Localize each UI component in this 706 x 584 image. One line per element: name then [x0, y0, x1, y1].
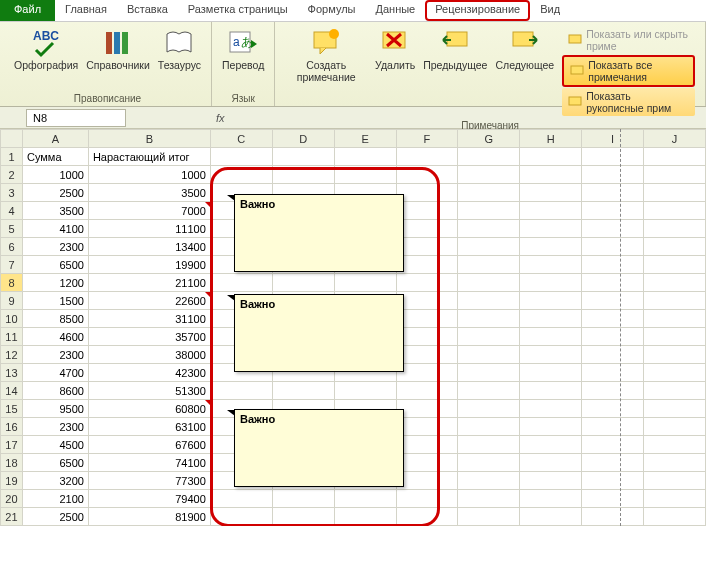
- cell-F8[interactable]: [396, 274, 458, 292]
- cell-J21[interactable]: [644, 508, 706, 526]
- cell-I21[interactable]: [582, 508, 644, 526]
- cell-E21[interactable]: [334, 508, 396, 526]
- cell-I7[interactable]: [582, 256, 644, 274]
- cell-A5[interactable]: 4100: [22, 220, 88, 238]
- cell-A4[interactable]: 3500: [22, 202, 88, 220]
- cell-F11[interactable]: [396, 328, 458, 346]
- cell-A21[interactable]: 2500: [22, 508, 88, 526]
- cell-A8[interactable]: 1200: [22, 274, 88, 292]
- cell-I10[interactable]: [582, 310, 644, 328]
- cell-B20[interactable]: 79400: [88, 490, 210, 508]
- cell-J6[interactable]: [644, 238, 706, 256]
- next-comment-button[interactable]: Следующее: [491, 24, 558, 118]
- cell-J11[interactable]: [644, 328, 706, 346]
- cell-H1[interactable]: [520, 148, 582, 166]
- row-head-18[interactable]: 18: [1, 454, 23, 472]
- row-head-10[interactable]: 10: [1, 310, 23, 328]
- cell-F1[interactable]: [396, 148, 458, 166]
- cell-H8[interactable]: [520, 274, 582, 292]
- cell-B10[interactable]: 31100: [88, 310, 210, 328]
- cell-H19[interactable]: [520, 472, 582, 490]
- cell-G16[interactable]: [458, 418, 520, 436]
- row-head-14[interactable]: 14: [1, 382, 23, 400]
- comment-callout-3[interactable]: Важно: [234, 409, 404, 487]
- cell-C14[interactable]: [210, 382, 272, 400]
- cell-I9[interactable]: [582, 292, 644, 310]
- cell-G3[interactable]: [458, 184, 520, 202]
- row-head-12[interactable]: 12: [1, 346, 23, 364]
- cell-B17[interactable]: 67600: [88, 436, 210, 454]
- cell-I13[interactable]: [582, 364, 644, 382]
- row-head-4[interactable]: 4: [1, 202, 23, 220]
- row-head-20[interactable]: 20: [1, 490, 23, 508]
- cell-G6[interactable]: [458, 238, 520, 256]
- cell-J20[interactable]: [644, 490, 706, 508]
- cell-B3[interactable]: 3500: [88, 184, 210, 202]
- cell-B1[interactable]: Нарастающий итог: [88, 148, 210, 166]
- cell-F18[interactable]: [396, 454, 458, 472]
- cell-H10[interactable]: [520, 310, 582, 328]
- cell-A18[interactable]: 6500: [22, 454, 88, 472]
- cell-G12[interactable]: [458, 346, 520, 364]
- row-head-15[interactable]: 15: [1, 400, 23, 418]
- cell-G1[interactable]: [458, 148, 520, 166]
- cell-G18[interactable]: [458, 454, 520, 472]
- cell-F17[interactable]: [396, 436, 458, 454]
- cell-H13[interactable]: [520, 364, 582, 382]
- cell-H3[interactable]: [520, 184, 582, 202]
- cell-A13[interactable]: 4700: [22, 364, 88, 382]
- thesaurus-button[interactable]: Тезаурус: [154, 24, 205, 91]
- cell-I5[interactable]: [582, 220, 644, 238]
- tab-home[interactable]: Главная: [55, 0, 117, 21]
- cell-G19[interactable]: [458, 472, 520, 490]
- cell-F21[interactable]: [396, 508, 458, 526]
- cell-A7[interactable]: 6500: [22, 256, 88, 274]
- show-all-comments-button[interactable]: Показать все примечания: [562, 55, 695, 87]
- cell-H4[interactable]: [520, 202, 582, 220]
- cell-G13[interactable]: [458, 364, 520, 382]
- cell-H6[interactable]: [520, 238, 582, 256]
- cell-I2[interactable]: [582, 166, 644, 184]
- cell-I20[interactable]: [582, 490, 644, 508]
- prev-comment-button[interactable]: Предыдущее: [419, 24, 491, 118]
- research-button[interactable]: Справочники: [82, 24, 154, 91]
- col-head-C[interactable]: C: [210, 130, 272, 148]
- cell-J7[interactable]: [644, 256, 706, 274]
- cell-H14[interactable]: [520, 382, 582, 400]
- cell-B15[interactable]: 60800: [88, 400, 210, 418]
- col-head-D[interactable]: D: [272, 130, 334, 148]
- tab-insert[interactable]: Вставка: [117, 0, 178, 21]
- row-head-8[interactable]: 8: [1, 274, 23, 292]
- row-head-6[interactable]: 6: [1, 238, 23, 256]
- cell-H5[interactable]: [520, 220, 582, 238]
- cell-A6[interactable]: 2300: [22, 238, 88, 256]
- comment-callout-2[interactable]: Важно: [234, 294, 404, 372]
- new-comment-button[interactable]: Создать примечание: [281, 24, 371, 118]
- cell-A15[interactable]: 9500: [22, 400, 88, 418]
- cell-C20[interactable]: [210, 490, 272, 508]
- cell-A10[interactable]: 8500: [22, 310, 88, 328]
- cell-F20[interactable]: [396, 490, 458, 508]
- cell-G11[interactable]: [458, 328, 520, 346]
- cell-F10[interactable]: [396, 310, 458, 328]
- col-head-H[interactable]: H: [520, 130, 582, 148]
- row-head-1[interactable]: 1: [1, 148, 23, 166]
- cell-A14[interactable]: 8600: [22, 382, 88, 400]
- cell-H7[interactable]: [520, 256, 582, 274]
- cell-J1[interactable]: [644, 148, 706, 166]
- cell-G8[interactable]: [458, 274, 520, 292]
- col-head-E[interactable]: E: [334, 130, 396, 148]
- cell-F3[interactable]: [396, 184, 458, 202]
- cell-E2[interactable]: [334, 166, 396, 184]
- name-box[interactable]: N8: [26, 109, 126, 127]
- row-head-21[interactable]: 21: [1, 508, 23, 526]
- cell-A16[interactable]: 2300: [22, 418, 88, 436]
- cell-D20[interactable]: [272, 490, 334, 508]
- cell-B6[interactable]: 13400: [88, 238, 210, 256]
- cell-G21[interactable]: [458, 508, 520, 526]
- cell-B13[interactable]: 42300: [88, 364, 210, 382]
- cell-C1[interactable]: [210, 148, 272, 166]
- cell-G20[interactable]: [458, 490, 520, 508]
- cell-I11[interactable]: [582, 328, 644, 346]
- fx-label[interactable]: fx: [216, 112, 225, 124]
